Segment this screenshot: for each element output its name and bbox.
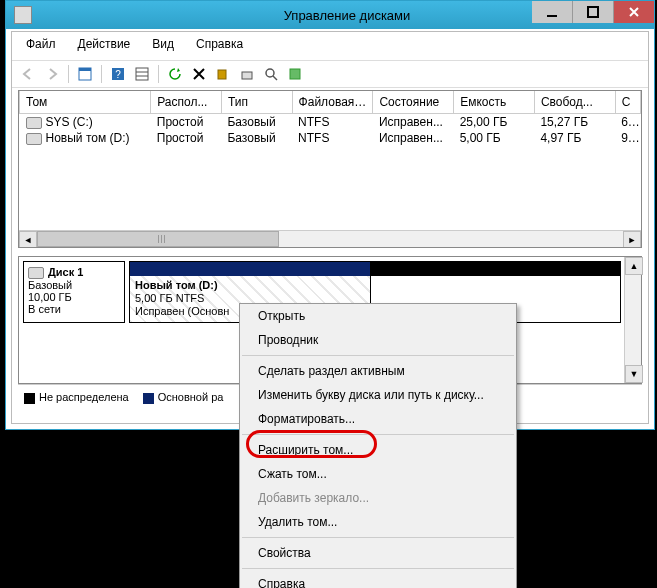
svg-rect-0 — [547, 15, 557, 17]
titlebar[interactable]: Управление дисками — [6, 1, 654, 29]
ctx-properties[interactable]: Свойства — [240, 541, 516, 565]
ctx-open[interactable]: Открыть — [240, 304, 516, 328]
ctx-format[interactable]: Форматировать... — [240, 407, 516, 431]
ctx-delete-volume[interactable]: Удалить том... — [240, 510, 516, 534]
svg-rect-3 — [79, 68, 91, 71]
menu-help[interactable]: Справка — [186, 35, 253, 57]
col-status[interactable]: Состояние — [373, 91, 454, 114]
menubar: Файл Действие Вид Справка — [12, 32, 648, 60]
scroll-thumb[interactable] — [37, 231, 279, 247]
col-volume[interactable]: Том — [20, 91, 151, 114]
menu-action[interactable]: Действие — [68, 35, 141, 57]
col-fs[interactable]: Файловая с... — [292, 91, 373, 114]
delete-icon[interactable] — [189, 64, 209, 84]
disk-info-box[interactable]: Диск 1 Базовый 10,00 ГБ В сети — [23, 261, 125, 323]
svg-point-11 — [266, 69, 274, 77]
drive-icon — [26, 133, 42, 145]
close-button[interactable] — [614, 1, 654, 23]
horizontal-scrollbar[interactable]: ◄ ► — [19, 230, 641, 247]
legend-unalloc-swatch — [24, 393, 35, 404]
menu-view[interactable]: Вид — [142, 35, 184, 57]
ctx-explorer[interactable]: Проводник — [240, 328, 516, 352]
svg-rect-13 — [290, 69, 300, 79]
ctx-make-active[interactable]: Сделать раздел активным — [240, 359, 516, 383]
vertical-scrollbar[interactable]: ▲ ▼ — [624, 257, 641, 383]
menu-file[interactable]: Файл — [16, 35, 66, 57]
scroll-down-button[interactable]: ▼ — [625, 365, 643, 383]
search-icon[interactable] — [261, 64, 281, 84]
maximize-button[interactable] — [573, 1, 614, 23]
refresh-icon[interactable] — [165, 64, 185, 84]
legend-primary-swatch — [143, 393, 154, 404]
toolbar-icon-1[interactable] — [237, 64, 257, 84]
svg-rect-6 — [136, 68, 148, 80]
scroll-left-button[interactable]: ◄ — [19, 231, 37, 248]
col-free[interactable]: Свобод... — [534, 91, 615, 114]
svg-rect-1 — [588, 7, 598, 17]
toolbar-view1-icon[interactable] — [75, 64, 95, 84]
back-button — [18, 64, 38, 84]
disk-icon — [28, 267, 44, 279]
minimize-button[interactable] — [532, 1, 573, 23]
scroll-right-button[interactable]: ► — [623, 231, 641, 248]
table-row[interactable]: SYS (C:) Простой Базовый NTFS Исправен..… — [20, 114, 641, 131]
col-last[interactable]: С — [615, 91, 640, 114]
ctx-change-letter[interactable]: Изменить букву диска или путь к диску... — [240, 383, 516, 407]
settings-icon[interactable] — [213, 64, 233, 84]
toolbar-view2-icon[interactable] — [132, 64, 152, 84]
svg-rect-10 — [242, 72, 252, 79]
ctx-shrink-volume[interactable]: Сжать том... — [240, 462, 516, 486]
scroll-up-button[interactable]: ▲ — [625, 257, 643, 275]
drive-icon — [26, 117, 42, 129]
app-icon — [14, 6, 32, 24]
svg-text:?: ? — [115, 69, 121, 80]
col-type[interactable]: Тип — [221, 91, 292, 114]
col-capacity[interactable]: Емкость — [454, 91, 535, 114]
help-icon[interactable]: ? — [108, 64, 128, 84]
forward-button — [42, 64, 62, 84]
svg-line-12 — [273, 76, 277, 80]
context-menu: Открыть Проводник Сделать раздел активны… — [239, 303, 517, 588]
ctx-help[interactable]: Справка — [240, 572, 516, 588]
ctx-extend-volume[interactable]: Расширить том... — [240, 438, 516, 462]
volume-list[interactable]: Том Распол... Тип Файловая с... Состояни… — [18, 90, 642, 248]
col-layout[interactable]: Распол... — [151, 91, 222, 114]
toolbar-icon-2[interactable] — [285, 64, 305, 84]
table-row[interactable]: Новый том (D:) Простой Базовый NTFS Испр… — [20, 130, 641, 146]
ctx-add-mirror: Добавить зеркало... — [240, 486, 516, 510]
svg-rect-9 — [218, 70, 226, 79]
